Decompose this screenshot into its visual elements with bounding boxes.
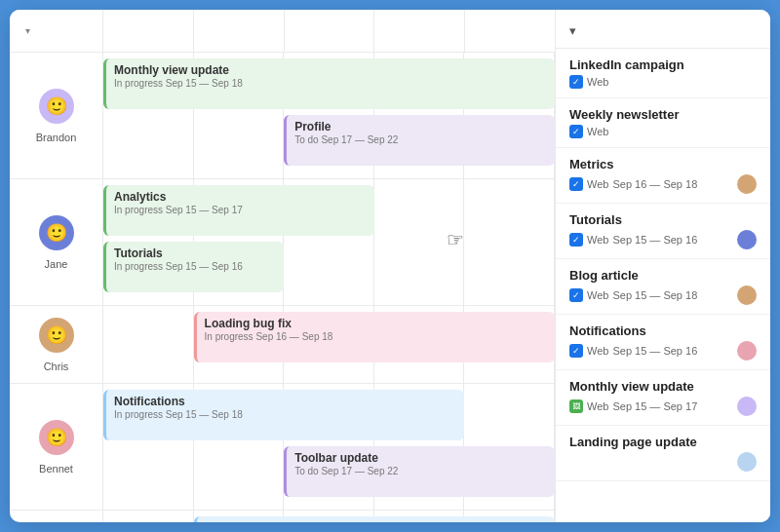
day-header-mon — [103, 10, 194, 52]
day-cell[interactable] — [374, 179, 465, 305]
todo-tag: Web — [587, 400, 608, 412]
user-col: 🙂Chris — [10, 306, 103, 383]
calendar-row: 🙂BrandonMonthly view updateIn progress S… — [10, 53, 555, 179]
calendar-row: 🙂Jane☞AnalyticsIn progress Sep 15 — Sep … — [10, 179, 555, 306]
todo-tag: Web — [587, 345, 608, 357]
todo-item[interactable]: Tutorials✓WebSep 15 — Sep 16 — [556, 204, 770, 259]
task-card[interactable]: Loading bug fixIn progress Sep 16 — Sep … — [194, 312, 555, 362]
todo-item-meta: ✓WebSep 15 — Sep 18 — [569, 285, 757, 305]
day-header-tue — [194, 10, 285, 52]
todo-avatar — [737, 397, 757, 416]
todo-item-name: Notifications — [569, 323, 757, 338]
todo-checkbox-icon[interactable]: ✓ — [569, 288, 583, 302]
cells-area: ☞AnalyticsIn progress Sep 15 — Sep 17Tut… — [103, 179, 555, 305]
todo-avatar — [737, 174, 757, 194]
user-name: Bennet — [39, 463, 73, 475]
todo-item-meta: 🖼WebSep 15 — Sep 17 — [569, 397, 757, 416]
todo-item-name: Landing page update — [569, 435, 757, 449]
day-cell[interactable] — [103, 511, 194, 522]
todo-checkbox-icon[interactable]: ✓ — [569, 344, 583, 358]
user-name: Brandon — [36, 132, 77, 143]
todo-dates: Sep 15 — Sep 16 — [612, 345, 697, 357]
todo-dates: Sep 15 — Sep 18 — [612, 289, 697, 301]
user-col: 🙂Bennet — [10, 384, 103, 510]
task-title: Tutorials — [114, 247, 276, 260]
task-card[interactable]: AnalyticsIn progress Sep 15 — Sep 17 — [103, 185, 374, 236]
task-title: Card popup — [205, 521, 547, 522]
day-cell[interactable] — [103, 306, 194, 383]
todo-tag: Web — [587, 234, 608, 246]
task-status-dates: In progress Sep 15 — Sep 16 — [114, 261, 276, 272]
task-card[interactable]: Card popupIn progress Sep 16 — Sep 18 — [194, 516, 555, 522]
users-filter[interactable]: ▾ — [10, 10, 103, 52]
day-header-wed — [285, 10, 375, 52]
todo-item-name: Weekly newsletter — [569, 107, 757, 122]
task-card[interactable]: Toolbar updateTo do Sep 17 — Sep 22 — [284, 446, 555, 497]
app-container: ▾ 🙂BrandonMon — [10, 10, 770, 522]
cells-area: Loading bug fixIn progress Sep 16 — Sep … — [103, 306, 555, 383]
todo-item-name: Monthly view update — [569, 379, 757, 394]
user-col: 🙂Jane — [10, 179, 103, 305]
todo-item-meta — [569, 452, 757, 472]
todo-checkbox-icon[interactable]: ✓ — [569, 177, 583, 191]
todo-item[interactable]: Metrics✓WebSep 16 — Sep 18 — [556, 148, 770, 204]
todo-checkbox-icon[interactable]: ✓ — [569, 75, 583, 89]
user-name: Jane — [45, 258, 68, 270]
todo-dates: Sep 15 — Sep 16 — [612, 234, 697, 246]
task-card[interactable]: NotificationsIn progress Sep 15 — Sep 18 — [103, 390, 464, 440]
task-title: Loading bug fix — [205, 317, 547, 330]
todo-avatar — [737, 285, 757, 305]
task-status-dates: In progress Sep 16 — Sep 18 — [205, 331, 547, 342]
todo-avatar — [737, 341, 757, 361]
days-header — [103, 10, 555, 52]
task-status-dates: In progress Sep 15 — Sep 18 — [114, 409, 456, 420]
chevron-down-icon: ▾ — [25, 25, 30, 36]
task-title: Profile — [294, 120, 547, 133]
calendar-row: 🙂BennetNotificationsIn progress Sep 15 —… — [10, 384, 555, 511]
todo-item[interactable]: Weekly newsletter✓Web — [556, 98, 770, 148]
task-title: Toolbar update — [294, 451, 547, 465]
user-name: Chris — [44, 361, 69, 372]
task-status-dates: In progress Sep 15 — Sep 17 — [114, 205, 367, 215]
cells-area: NotificationsIn progress Sep 15 — Sep 18… — [103, 384, 555, 510]
calendar-panel: ▾ 🙂BrandonMon — [10, 10, 556, 522]
task-title: Notifications — [114, 395, 456, 408]
avatar: 🙂 — [39, 215, 74, 250]
calendar-row: 🙂StanCard popupIn progress Sep 16 — Sep … — [10, 511, 555, 522]
todo-panel: ▾ LinkedIn campaign✓WebWeekly newsletter… — [556, 10, 770, 522]
todo-collapse-icon[interactable]: ▾ — [569, 23, 576, 38]
todo-item[interactable]: Blog article✓WebSep 15 — Sep 18 — [556, 259, 770, 315]
cells-area: Card popupIn progress Sep 16 — Sep 18 — [103, 511, 555, 522]
todo-item[interactable]: LinkedIn campaign✓Web — [556, 49, 770, 98]
todo-tag: Web — [587, 289, 608, 301]
avatar: 🙂 — [39, 420, 74, 455]
task-status-dates: To do Sep 17 — Sep 22 — [294, 134, 547, 145]
todo-checkbox-icon[interactable]: ✓ — [569, 125, 583, 138]
task-card[interactable]: ProfileTo do Sep 17 — Sep 22 — [284, 115, 555, 166]
avatar: 🙂 — [39, 318, 74, 353]
task-title: Analytics — [114, 190, 367, 204]
calendar-row: 🙂ChrisLoading bug fixIn progress Sep 16 … — [10, 306, 555, 384]
todo-item[interactable]: Notifications✓WebSep 15 — Sep 16 — [556, 315, 770, 370]
todo-item-meta: ✓WebSep 15 — Sep 16 — [569, 230, 757, 249]
calendar-body: 🙂BrandonMonthly view updateIn progress S… — [10, 53, 555, 522]
todo-tag: Web — [587, 126, 608, 137]
todo-item-name: Blog article — [569, 268, 757, 283]
todo-item-meta: ✓WebSep 16 — Sep 18 — [569, 174, 757, 194]
task-card[interactable]: Monthly view updateIn progress Sep 15 — … — [103, 58, 555, 109]
task-title: Monthly view update — [114, 63, 547, 77]
todo-item-name: Metrics — [569, 157, 757, 171]
todo-list: LinkedIn campaign✓WebWeekly newsletter✓W… — [556, 49, 770, 481]
todo-item[interactable]: Monthly view update🖼WebSep 15 — Sep 17 — [556, 370, 770, 426]
day-header-thu — [374, 10, 465, 52]
day-cell[interactable] — [464, 179, 555, 305]
todo-image-icon[interactable]: 🖼 — [569, 399, 583, 413]
day-header-fri — [465, 10, 555, 52]
todo-item-name: Tutorials — [569, 212, 757, 227]
todo-tag: Web — [587, 178, 608, 190]
todo-checkbox-icon[interactable]: ✓ — [569, 233, 583, 247]
task-card[interactable]: TutorialsIn progress Sep 15 — Sep 16 — [103, 242, 284, 292]
calendar-header: ▾ — [10, 10, 555, 53]
user-col: 🙂Stan — [10, 511, 103, 522]
todo-item[interactable]: Landing page update — [556, 426, 770, 481]
